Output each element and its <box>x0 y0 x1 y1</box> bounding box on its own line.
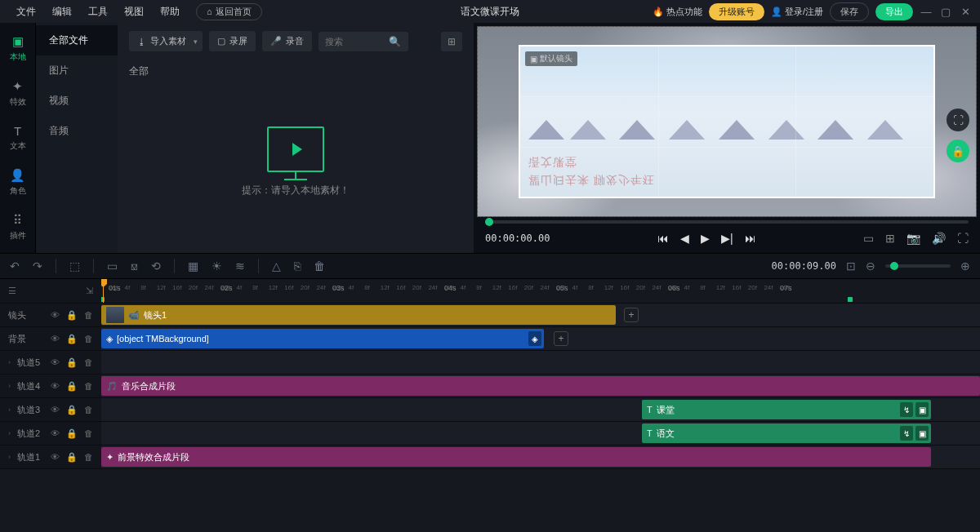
delete-tool[interactable]: 🗑 <box>314 259 325 273</box>
mask-tool[interactable]: ▦ <box>188 259 198 273</box>
prev-frame-button[interactable]: ◀ <box>680 232 689 245</box>
effects-icon: ✦ <box>12 79 23 94</box>
preview-canvas[interactable]: ▣默认镜头 瞿山归去来 聊发少年狂语文课堂 ⛶ 🔒 <box>477 26 977 217</box>
box-icon[interactable]: ▣ <box>915 402 929 417</box>
key-icon[interactable]: ↯ <box>900 426 913 441</box>
eye-icon[interactable]: 👁 <box>51 334 60 344</box>
clip-text-classroom-front[interactable]: T 课堂 ↯▣ <box>642 400 931 419</box>
eye-icon[interactable]: 👁 <box>51 405 60 415</box>
home-button[interactable]: ⌂返回首页 <box>196 3 262 20</box>
grid-toggle-button[interactable]: ⊞ <box>885 232 895 245</box>
nav-effects[interactable]: ✦特效 <box>0 76 35 111</box>
hot-features-link[interactable]: 🔥热点功能 <box>653 6 702 18</box>
clip-shot[interactable]: 📹 镜头1 <box>101 305 616 325</box>
export-button[interactable]: 导出 <box>875 3 913 20</box>
eye-icon[interactable]: 👁 <box>51 310 60 320</box>
key-icon[interactable]: ↯ <box>900 402 913 417</box>
search-input[interactable] <box>325 37 382 47</box>
redo-button[interactable]: ↷ <box>33 259 42 273</box>
add-clip-button[interactable]: + <box>624 308 639 322</box>
lock-tool-button[interactable]: 🔒 <box>947 140 969 162</box>
next-frame-button[interactable]: ▶| <box>721 232 733 245</box>
eye-icon[interactable]: 👁 <box>51 357 60 367</box>
nav-character[interactable]: 👤角色 <box>0 165 35 200</box>
box-icon[interactable]: ▣ <box>915 426 929 441</box>
subnav-all-files[interactable]: 全部文件 <box>36 25 118 55</box>
nav-text[interactable]: T文本 <box>0 121 35 155</box>
track-collapse-icon[interactable]: ⇲ <box>86 286 93 296</box>
fullscreen-button[interactable]: ⛶ <box>957 232 969 245</box>
clip-music[interactable]: 🎵 音乐合成片段 <box>101 376 980 396</box>
layers-tool[interactable]: ≋ <box>235 259 245 273</box>
eye-icon[interactable]: 👁 <box>51 452 60 462</box>
adjust-tool[interactable]: ☀ <box>212 259 222 273</box>
record-screen-button[interactable]: ▢录屏 <box>209 31 256 51</box>
crop-tool[interactable]: ⟏ <box>131 259 138 273</box>
maximize-button[interactable]: ▢ <box>939 6 952 18</box>
add-clip-button[interactable]: + <box>554 331 568 346</box>
track-head-shot: 镜头 👁 🔒 🗑 <box>0 304 101 326</box>
crop-tool-button[interactable]: ⛶ <box>947 109 969 131</box>
undo-button[interactable]: ↶ <box>10 259 20 273</box>
search-box[interactable]: 🔍 <box>318 32 408 51</box>
nav-plugins[interactable]: ⠿插件 <box>0 210 35 245</box>
skip-start-button[interactable]: ⏮ <box>657 232 669 245</box>
lock-icon[interactable]: 🔒 <box>66 357 78 368</box>
lock-icon[interactable]: 🔒 <box>66 381 78 392</box>
eye-icon[interactable]: 👁 <box>51 428 60 438</box>
play-button[interactable]: ▶ <box>701 232 710 245</box>
timeline-ruler[interactable]: 01s4f8f12f16f20f24f28f02s4f8f12f16f20f24… <box>101 279 980 303</box>
record-audio-button[interactable]: 🎤录音 <box>262 31 312 51</box>
screen-icon: ▢ <box>217 36 225 47</box>
login-link[interactable]: 👤登录/注册 <box>771 6 823 18</box>
trash-icon[interactable]: 🗑 <box>84 334 93 344</box>
trash-icon[interactable]: 🗑 <box>84 452 93 462</box>
subnav-audio[interactable]: 音频 <box>36 116 118 146</box>
minimize-button[interactable]: — <box>920 6 933 18</box>
lock-icon[interactable]: 🔒 <box>66 405 78 415</box>
rotate-tool[interactable]: ⟲ <box>151 259 161 273</box>
nav-local[interactable]: ▣本地 <box>0 31 35 66</box>
clip-text-chinese[interactable]: T 语文 ↯▣ <box>642 423 931 443</box>
trash-icon[interactable]: 🗑 <box>84 357 93 367</box>
pointer-tool[interactable]: ⬚ <box>69 259 80 273</box>
close-button[interactable]: ✕ <box>959 6 972 18</box>
save-button[interactable]: 保存 <box>830 2 869 21</box>
trash-icon[interactable]: 🗑 <box>84 428 93 438</box>
copy-tool[interactable]: ⎘ <box>294 259 301 273</box>
menu-edit[interactable]: 编辑 <box>44 5 80 19</box>
monitor-icon <box>267 126 324 172</box>
zoom-out-button[interactable]: ⊖ <box>866 259 875 273</box>
snapshot-button[interactable]: 📷 <box>906 232 920 245</box>
marker-tool[interactable]: △ <box>272 259 281 273</box>
lock-icon[interactable]: 🔒 <box>66 310 78 321</box>
menu-help[interactable]: 帮助 <box>152 5 188 19</box>
menu-view[interactable]: 视图 <box>116 5 152 19</box>
subnav-images[interactable]: 图片 <box>36 55 118 86</box>
eye-icon[interactable]: 👁 <box>51 381 60 391</box>
trash-icon[interactable]: 🗑 <box>84 405 93 415</box>
trash-icon[interactable]: 🗑 <box>84 310 93 320</box>
subnav-videos[interactable]: 视频 <box>36 86 118 116</box>
upgrade-button[interactable]: 升级账号 <box>709 3 764 20</box>
clip-foreground-fx[interactable]: ✦ 前景特效合成片段 <box>101 447 931 467</box>
volume-button[interactable]: 🔊 <box>932 232 946 245</box>
trash-icon[interactable]: 🗑 <box>84 381 93 391</box>
lock-icon[interactable]: 🔒 <box>66 334 78 344</box>
skip-end-button[interactable]: ⏭ <box>745 232 756 245</box>
lock-icon[interactable]: 🔒 <box>66 452 78 463</box>
split-tool[interactable]: ▭ <box>107 259 118 273</box>
preview-scrubber[interactable] <box>485 220 969 224</box>
menu-file[interactable]: 文件 <box>8 5 44 19</box>
grid-view-button[interactable]: ⊞ <box>441 32 462 51</box>
clip-background[interactable]: ◈ [object TMBackground] ◈ <box>101 329 544 348</box>
display-mode-button[interactable]: ▭ <box>863 232 874 245</box>
menu-tools[interactable]: 工具 <box>80 5 116 19</box>
track-menu-icon[interactable]: ☰ <box>8 286 16 296</box>
playhead[interactable] <box>103 279 104 303</box>
zoom-slider[interactable] <box>885 264 951 268</box>
fit-button[interactable]: ⊡ <box>846 259 856 273</box>
zoom-in-button[interactable]: ⊕ <box>960 259 970 273</box>
import-button[interactable]: ⭳导入素材 <box>129 31 203 51</box>
lock-icon[interactable]: 🔒 <box>66 428 78 439</box>
